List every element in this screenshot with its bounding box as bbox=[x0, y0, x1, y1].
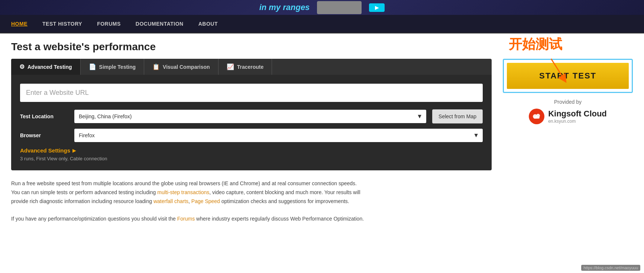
tab-visual[interactable]: 📋 Visual Comparison bbox=[144, 59, 219, 75]
browser-label: Browser bbox=[20, 132, 68, 138]
settings-summary: 3 runs, First View only, Cable connectio… bbox=[20, 156, 483, 161]
advanced-settings-label: Advanced Settings bbox=[20, 147, 70, 154]
tab-advanced[interactable]: ⚙ Advanced Testing bbox=[11, 59, 81, 75]
nav-documentation[interactable]: DOCUMENTATION bbox=[136, 21, 184, 27]
link-waterfall[interactable]: waterfall charts bbox=[153, 198, 188, 204]
advanced-settings-arrow-icon: ▶ bbox=[72, 148, 76, 153]
navbar: HOME TEST HISTORY FORUMS DOCUMENTATION A… bbox=[0, 15, 644, 33]
nav-about[interactable]: ABOUT bbox=[198, 21, 218, 27]
kingsoft-url: en.ksyun.com bbox=[548, 119, 607, 124]
tab-traceroute[interactable]: 📈 Traceroute bbox=[219, 59, 272, 75]
top-banner: in my ranges ▶ bbox=[0, 0, 644, 15]
tab-advanced-label: Advanced Testing bbox=[27, 64, 72, 70]
link-pagespeed[interactable]: Page Speed bbox=[191, 198, 220, 204]
browser-select-wrapper: Firefox Chrome IE Safari ▼ bbox=[74, 129, 483, 142]
content-row: ⚙ Advanced Testing 📄 Simple Testing 📋 Vi… bbox=[11, 59, 633, 170]
start-test-button[interactable]: START TEST bbox=[507, 63, 629, 89]
right-panel: START TEST Provided by Kingsoft Cloud bbox=[503, 59, 633, 124]
tab-visual-label: Visual Comparison bbox=[163, 64, 210, 70]
nav-forums[interactable]: FORUMS bbox=[97, 21, 121, 27]
kingsoft-name: Kingsoft Cloud bbox=[548, 109, 607, 119]
page-title: Test a website's performance bbox=[11, 41, 633, 53]
description-section: Run a free website speed test from multi… bbox=[11, 179, 364, 224]
nav-test-history[interactable]: TEST HISTORY bbox=[42, 21, 82, 27]
nav-home[interactable]: HOME bbox=[11, 21, 27, 27]
sponsor-logo: Kingsoft Cloud en.ksyun.com bbox=[503, 109, 633, 124]
kingsoft-brand-text: Kingsoft Cloud en.ksyun.com bbox=[548, 109, 607, 124]
start-test-wrapper: START TEST bbox=[503, 59, 633, 93]
description-paragraph-1: Run a free website speed test from multi… bbox=[11, 179, 364, 206]
description-paragraph-2: If you have any performance/optimization… bbox=[11, 215, 364, 224]
tab-simple-label: Simple Testing bbox=[99, 64, 136, 70]
location-select-wrapper: Beijing, China (Firefox) Shanghai, China… bbox=[74, 110, 426, 123]
location-label: Test Location bbox=[20, 113, 68, 119]
test-form: Test Location Beijing, China (Firefox) S… bbox=[11, 75, 492, 170]
browser-row: Browser Firefox Chrome IE Safari ▼ bbox=[20, 129, 483, 142]
advanced-tab-icon: ⚙ bbox=[19, 63, 25, 70]
svg-rect-4 bbox=[534, 116, 540, 119]
tab-traceroute-label: Traceroute bbox=[237, 64, 264, 70]
select-from-map-button[interactable]: Select from Map bbox=[432, 109, 483, 123]
banner-image bbox=[317, 1, 362, 14]
simple-tab-icon: 📄 bbox=[89, 63, 96, 70]
location-select[interactable]: Beijing, China (Firefox) Shanghai, China… bbox=[74, 110, 426, 123]
tab-bar: ⚙ Advanced Testing 📄 Simple Testing 📋 Vi… bbox=[11, 59, 492, 75]
traceroute-tab-icon: 📈 bbox=[227, 63, 234, 70]
link-multi-step[interactable]: multi-step transactions bbox=[157, 189, 209, 195]
banner-cta-button[interactable]: ▶ bbox=[369, 3, 385, 12]
advanced-settings-toggle[interactable]: Advanced Settings ▶ bbox=[20, 147, 483, 154]
left-panel: ⚙ Advanced Testing 📄 Simple Testing 📋 Vi… bbox=[11, 59, 492, 170]
footer-note: https://blog.csdn.net/maoyuuu bbox=[581, 265, 640, 271]
url-input[interactable] bbox=[20, 84, 483, 102]
link-forums[interactable]: Forums bbox=[177, 216, 195, 222]
location-row: Test Location Beijing, China (Firefox) S… bbox=[20, 109, 483, 123]
visual-tab-icon: 📋 bbox=[152, 63, 160, 70]
banner-text: in my ranges bbox=[259, 3, 310, 12]
main-content: 开始测试 Test a website's performance ⚙ Adva… bbox=[0, 33, 644, 273]
provided-by-label: Provided by bbox=[503, 99, 633, 105]
tab-simple[interactable]: 📄 Simple Testing bbox=[81, 59, 145, 75]
kingsoft-svg-icon bbox=[531, 111, 542, 122]
browser-select[interactable]: Firefox Chrome IE Safari bbox=[74, 129, 483, 142]
kingsoft-icon bbox=[529, 109, 544, 124]
